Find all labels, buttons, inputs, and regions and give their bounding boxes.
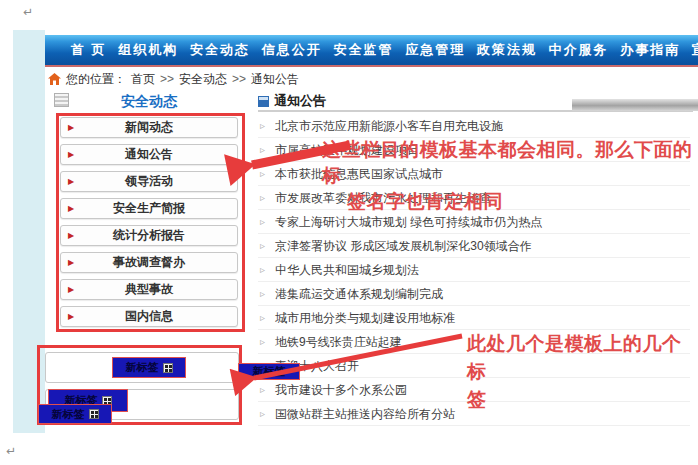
tag-marker-icon bbox=[163, 363, 173, 373]
list-arrow-icon: ▹ bbox=[260, 186, 265, 210]
breadcrumb-link-label: 通知公告 bbox=[251, 72, 299, 86]
notice-list-item[interactable]: ▹ 北京市示范应用新能源小客车自用充电设施 bbox=[258, 114, 690, 138]
nav-item-label: 中介服务 bbox=[549, 42, 609, 57]
nav-item-label: 办事指南 bbox=[620, 42, 680, 57]
header-gray-bar bbox=[572, 99, 698, 111]
template-tag-label: 新标签 bbox=[126, 360, 159, 375]
nav-item[interactable]: 首 页 bbox=[71, 41, 107, 59]
template-tag-label: 新标签 bbox=[52, 407, 85, 422]
nav-item[interactable]: 办事指南 bbox=[620, 41, 680, 59]
list-arrow-icon: ▹ bbox=[260, 306, 265, 330]
template-tag[interactable]: 新标签 bbox=[238, 363, 300, 380]
nav-item[interactable]: 宣传教育 bbox=[692, 41, 698, 59]
notice-list-item-title: 地铁9号线张贵庄站起建 bbox=[275, 335, 402, 349]
list-arrow-icon: ▹ bbox=[260, 138, 265, 162]
list-arrow-icon: ▹ bbox=[260, 378, 265, 402]
list-arrow-icon: ▹ bbox=[260, 114, 265, 138]
notice-list-item-title: 专家上海研讨大城市规划 绿色可持续城市仍为热点 bbox=[275, 215, 542, 229]
nav-item[interactable]: 安全动态 bbox=[190, 41, 250, 59]
notice-list-item[interactable]: ▹ 京津签署协议 形成区域发展机制深化30领域合作 bbox=[258, 234, 690, 258]
nav-item-label: 应急管理 bbox=[405, 42, 465, 57]
nav-item-label: 安全监管 bbox=[333, 42, 393, 57]
notice-list-item-title: 我市建设十多个水系公园 bbox=[275, 383, 407, 397]
nav-item-label: 信息公开 bbox=[262, 42, 322, 57]
nav-item-label: 安全动态 bbox=[190, 42, 250, 57]
breadcrumb-link[interactable]: 通知公告 bbox=[251, 71, 299, 88]
nav-item[interactable]: 组织机构 bbox=[118, 41, 178, 59]
notice-list-item-title: 京津签署协议 形成区域发展机制深化30领域合作 bbox=[275, 239, 532, 253]
notice-list-item[interactable]: ▹ 港集疏运交通体系规划编制完成 bbox=[258, 282, 690, 306]
nav-item[interactable]: 安全监管 bbox=[333, 41, 393, 59]
list-arrow-icon: ▹ bbox=[260, 210, 265, 234]
template-tag[interactable]: 新标签 bbox=[112, 357, 186, 378]
annotation-note-tags: 此处几个是模板上的几个标 签 bbox=[467, 330, 695, 414]
list-arrow-icon: ▹ bbox=[260, 282, 265, 306]
notice-list-item-title: 北京市示范应用新能源小客车自用充电设施 bbox=[275, 119, 503, 133]
tag-marker-icon bbox=[89, 409, 99, 419]
nav-item-list: 首 页组织机构安全动态信息公开安全监管应急管理政策法规中介服务办事指南宣传教育 bbox=[45, 35, 698, 65]
breadcrumb-link-label: 首页 bbox=[131, 72, 155, 86]
breadcrumb-link[interactable]: 首页 bbox=[131, 71, 155, 88]
breadcrumb-link-label: 安全动态 bbox=[179, 72, 227, 86]
nav-item-label: 政策法规 bbox=[477, 42, 537, 57]
annotation-note-line: 这些栏目的模板基本都会相同。那么下面的标 bbox=[322, 137, 694, 189]
nav-item-label: 组织机构 bbox=[118, 42, 178, 57]
annotation-note-line: 签 bbox=[467, 386, 695, 414]
nav-item[interactable]: 应急管理 bbox=[405, 41, 465, 59]
breadcrumb-label: 您的位置： bbox=[66, 71, 126, 88]
breadcrumb-separator: >> bbox=[160, 72, 174, 86]
nav-underline bbox=[45, 65, 698, 67]
notice-list-item[interactable]: ▹ 中华人民共和国城乡规划法 bbox=[258, 258, 690, 282]
list-arrow-icon: ▹ bbox=[260, 258, 265, 282]
main-section-title: 通知公告 bbox=[274, 92, 326, 110]
list-arrow-icon: ▹ bbox=[260, 402, 265, 426]
document-canvas: ↵ 首 页组织机构安全动态信息公开安全监管应急管理政策法规中介服务办事指南宣传教… bbox=[0, 0, 698, 465]
annotation-box-sidebar bbox=[56, 113, 245, 332]
annotation-note-line: 签名字也肯定相同 bbox=[347, 189, 694, 215]
list-arrow-icon: ▹ bbox=[260, 162, 265, 186]
breadcrumb-separator: >> bbox=[232, 72, 246, 86]
nav-item[interactable]: 中介服务 bbox=[549, 41, 609, 59]
breadcrumb-crumbs: 首页>>安全动态>>通知公告 bbox=[131, 71, 299, 88]
notice-list-item[interactable]: ▹ 城市用地分类与规划建设用地标准 bbox=[258, 306, 690, 330]
paragraph-mark-icon: ↵ bbox=[6, 444, 16, 458]
breadcrumb: 您的位置： 首页>>安全动态>>通知公告 bbox=[48, 71, 299, 87]
annotation-note-templates: 这些栏目的模板基本都会相同。那么下面的标 签名字也肯定相同 bbox=[322, 137, 694, 215]
notice-list-item-title: 中华人民共和国城乡规划法 bbox=[275, 263, 419, 277]
notice-list-item-title: 城市用地分类与规划建设用地标准 bbox=[275, 311, 455, 325]
list-arrow-icon: ▹ bbox=[260, 330, 265, 354]
list-arrow-icon: ▹ bbox=[260, 234, 265, 258]
paragraph-mark-icon: ↵ bbox=[23, 5, 33, 19]
nav-item[interactable]: 政策法规 bbox=[477, 41, 537, 59]
template-tag[interactable]: 新标签 bbox=[38, 404, 112, 424]
sidebar-header: 安全动态 bbox=[53, 91, 245, 112]
nav-item-label: 宣传教育 bbox=[692, 42, 698, 57]
notice-list-item-title: 国微站群主站推送内容给所有分站 bbox=[275, 407, 455, 421]
main-nav: 首 页组织机构安全动态信息公开安全监管应急管理政策法规中介服务办事指南宣传教育 bbox=[45, 35, 698, 65]
breadcrumb-link[interactable]: 安全动态 bbox=[179, 71, 227, 88]
notice-list-item-title: 港集疏运交通体系规划编制完成 bbox=[275, 287, 443, 301]
nav-item-label: 首 页 bbox=[71, 42, 107, 57]
sidebar-title: 安全动态 bbox=[53, 91, 245, 112]
template-tag-label: 新标签 bbox=[253, 364, 286, 379]
annotation-note-line: 此处几个是模板上的几个标 bbox=[467, 330, 695, 386]
menu-grid-icon bbox=[54, 93, 69, 107]
nav-item[interactable]: 信息公开 bbox=[262, 41, 322, 59]
notice-doc-icon bbox=[258, 96, 269, 107]
home-icon bbox=[48, 73, 61, 85]
